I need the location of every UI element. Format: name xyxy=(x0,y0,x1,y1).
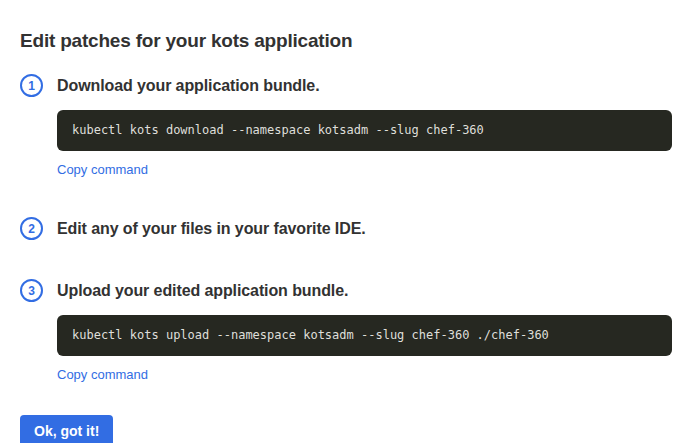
edit-patches-panel: Edit patches for your kots application 1… xyxy=(0,0,690,443)
step-1: 1 Download your application bundle. kube… xyxy=(20,74,672,178)
step-2-number-badge: 2 xyxy=(20,217,43,240)
step-1-number-badge: 1 xyxy=(20,74,43,97)
step-2: 2 Edit any of your files in your favorit… xyxy=(20,217,672,240)
step-1-heading: Download your application bundle. xyxy=(57,77,319,95)
step-2-header: 2 Edit any of your files in your favorit… xyxy=(20,217,672,240)
step-3: 3 Upload your edited application bundle.… xyxy=(20,279,672,383)
step-3-header: 3 Upload your edited application bundle. xyxy=(20,279,672,302)
upload-command-code-block[interactable]: kubectl kots upload --namespace kotsadm … xyxy=(57,315,672,356)
page-title: Edit patches for your kots application xyxy=(20,30,672,52)
copy-upload-command-link[interactable]: Copy command xyxy=(57,367,148,382)
ok-got-it-button[interactable]: Ok, got it! xyxy=(20,415,113,443)
step-3-heading: Upload your edited application bundle. xyxy=(57,282,348,300)
step-1-header: 1 Download your application bundle. xyxy=(20,74,672,97)
copy-download-command-link[interactable]: Copy command xyxy=(57,162,148,177)
step-1-body: kubectl kots download --namespace kotsad… xyxy=(57,110,672,178)
download-command-code-block[interactable]: kubectl kots download --namespace kotsad… xyxy=(57,110,672,151)
step-2-heading: Edit any of your files in your favorite … xyxy=(57,220,366,238)
step-3-body: kubectl kots upload --namespace kotsadm … xyxy=(57,315,672,383)
step-3-number-badge: 3 xyxy=(20,279,43,302)
